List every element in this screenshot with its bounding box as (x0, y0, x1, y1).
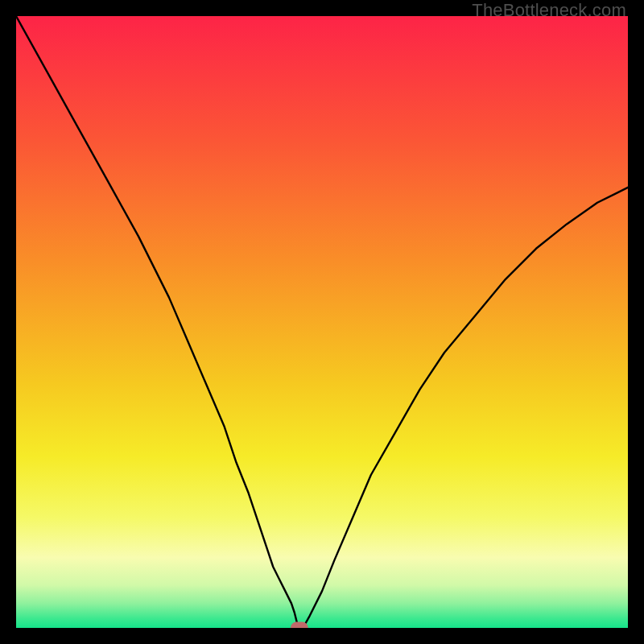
bottleneck-chart (16, 16, 628, 628)
plot-area (16, 16, 628, 628)
chart-frame: TheBottleneck.com (0, 0, 644, 644)
gradient-background (16, 16, 628, 628)
watermark-text: TheBottleneck.com (472, 0, 626, 21)
